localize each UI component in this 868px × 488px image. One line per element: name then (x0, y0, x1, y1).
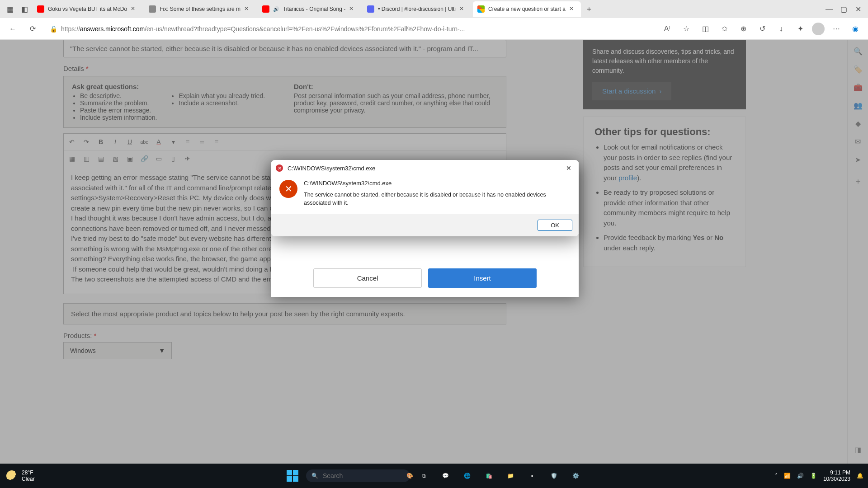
tips-panel-heading: Other tips for questions: (594, 126, 735, 138)
weather-condition: Clear (22, 476, 35, 482)
tray-chevron-icon[interactable]: ˄ (775, 473, 778, 479)
task-view-icon[interactable]: ⧉ (415, 468, 432, 484)
table-row-icon[interactable]: ▥ (80, 152, 93, 165)
taskbar: 28°FClear 🔍🎨 ⧉ 💬 🌐 🛍️ 📁 ▪ 🛡️ ⚙️ ˄ 📶 🔊 🔋 … (0, 464, 868, 488)
insert-link-icon[interactable]: 🔗 (138, 152, 151, 165)
volume-icon[interactable]: 🔊 (797, 473, 804, 479)
tab-bar: ▦ ◧ Goku vs Vegeta BUT its at McDo✕ Fix:… (0, 0, 868, 18)
edge-icon[interactable]: 🌐 (459, 468, 475, 484)
url-input[interactable]: 🔒 https://answers.microsoft.com/en-us/ne… (45, 23, 655, 34)
close-icon[interactable]: ✕ (459, 5, 467, 13)
send-icon[interactable]: ➤ (853, 155, 863, 164)
tab-5[interactable]: Create a new question or start a✕ (473, 1, 581, 17)
tips-box: Ask great questions: Be descriptive. Sum… (63, 76, 506, 128)
close-icon[interactable]: ✕ (349, 5, 356, 13)
clock[interactable]: 9:11 PM10/30/2023 (823, 469, 850, 483)
profile-avatar[interactable] (812, 23, 825, 35)
tools-icon[interactable]: 🧰 (853, 82, 863, 92)
close-dialog-button[interactable]: ✕ (563, 163, 574, 174)
extensions-icon[interactable]: ✦ (793, 22, 807, 36)
align-center-icon[interactable]: ≣ (196, 136, 208, 148)
tab-2[interactable]: Fix: Some of these settings are m✕ (144, 1, 256, 17)
close-icon[interactable]: ✕ (244, 5, 251, 13)
battery-icon[interactable]: 🔋 (810, 473, 817, 479)
close-icon[interactable]: ✕ (569, 5, 576, 13)
address-bar: ← ⟳ 🔒 https://answers.microsoft.com/en-u… (0, 18, 868, 40)
bold-icon[interactable]: B (94, 136, 107, 148)
menu-icon[interactable]: ⋯ (829, 22, 844, 36)
undo-icon[interactable]: ↶ (66, 136, 78, 148)
close-icon[interactable]: ✕ (131, 5, 138, 13)
editor-toolbar: ↶ ↷ B I U abc A ▾ ≡ ≣ ≡ (64, 134, 506, 150)
cancel-button[interactable]: Cancel (313, 268, 422, 288)
insert-image-icon[interactable]: ▣ (123, 152, 136, 165)
notifications-icon[interactable]: 🔔 (857, 473, 863, 479)
favorite-icon[interactable]: ☆ (679, 22, 693, 36)
taskbar-search[interactable]: 🔍🎨 (306, 469, 410, 482)
profile-link[interactable]: profile (618, 174, 637, 182)
italic-icon[interactable]: I (109, 136, 122, 148)
history-icon[interactable]: ↺ (755, 22, 769, 36)
store-icon[interactable]: 🛍️ (481, 468, 497, 484)
start-button[interactable] (284, 468, 301, 484)
tab-4[interactable]: • Discord | #lore-discussion | Ulti✕ (363, 1, 471, 17)
split-icon[interactable]: ◫ (698, 22, 712, 36)
maximize-icon[interactable]: ▢ (837, 3, 850, 15)
chevron-down-icon: ▼ (159, 347, 165, 354)
search-input[interactable] (323, 472, 402, 479)
refresh-button[interactable]: ⟳ (25, 22, 40, 36)
error-dialog: ✕ C:\WINDOWS\system32\cmd.exe ✕ ✕ C:\WIN… (271, 160, 579, 236)
site-icon (149, 5, 156, 13)
search-icon: 🔍 (311, 473, 318, 479)
back-button[interactable]: ← (5, 22, 20, 36)
games-icon[interactable]: 👥 (853, 100, 863, 110)
start-discussion-button[interactable]: Start a discussion› (592, 82, 671, 100)
question-title-input[interactable] (63, 40, 506, 57)
tab-actions-icon[interactable]: ▦ (4, 3, 16, 15)
favorites-button[interactable]: ✩ (717, 22, 731, 36)
tip-item: Summarize the problem. (80, 99, 157, 107)
code-icon[interactable]: ▭ (152, 152, 165, 165)
strike-icon[interactable]: abc (138, 136, 151, 148)
tab-3[interactable]: 🔊Titanicus - Original Song - ✕ (258, 1, 361, 17)
quote-icon[interactable]: ▯ (167, 152, 179, 165)
align-right-icon[interactable]: ≡ (210, 136, 223, 148)
office-icon[interactable]: ◆ (853, 118, 863, 128)
copilot-icon[interactable]: ◉ (848, 22, 863, 36)
close-window-icon[interactable]: ✕ (852, 3, 864, 15)
clear-format-icon[interactable]: ✈ (181, 152, 194, 165)
downloads-icon[interactable]: ↓ (774, 22, 788, 36)
discussion-card: Share and discuss discoveries, tips and … (583, 40, 746, 109)
weather-widget[interactable]: 28°FClear (0, 469, 41, 482)
app-icon[interactable]: ▪ (524, 468, 540, 484)
collections-icon[interactable]: ⊕ (736, 22, 750, 36)
insert-button[interactable]: Insert (428, 268, 537, 288)
table-icon[interactable]: ▦ (66, 152, 78, 165)
settings-app-icon[interactable]: ⚙️ (567, 468, 584, 484)
chat-icon[interactable]: 💬 (437, 468, 453, 484)
underline-icon[interactable]: U (123, 136, 136, 148)
new-tab-button[interactable]: ＋ (583, 3, 595, 15)
font-color-icon[interactable]: A (152, 136, 165, 148)
wifi-icon[interactable]: 📶 (784, 473, 791, 479)
outlook-icon[interactable]: ✉ (853, 136, 863, 146)
hide-sidebar-icon[interactable]: ◨ (853, 445, 863, 455)
shopping-icon[interactable]: 🏷️ (853, 64, 863, 74)
font-dropdown-icon[interactable]: ▾ (167, 136, 179, 148)
table-del-icon[interactable]: ▧ (109, 152, 122, 165)
redo-icon[interactable]: ↷ (80, 136, 93, 148)
add-sidebar-icon[interactable]: ＋ (853, 176, 863, 186)
table-col-icon[interactable]: ▤ (94, 152, 107, 165)
product-select[interactable]: Windows▼ (63, 342, 172, 359)
tab-1[interactable]: Goku vs Vegeta BUT its at McDo✕ (33, 1, 142, 17)
ok-button[interactable]: OK (538, 220, 572, 231)
read-aloud-icon[interactable]: A⁾ (660, 22, 675, 36)
search-icon[interactable]: 🔍 (853, 46, 863, 56)
explorer-icon[interactable]: 📁 (502, 468, 519, 484)
security-icon[interactable]: 🛡️ (546, 468, 562, 484)
align-left-icon[interactable]: ≡ (181, 136, 194, 148)
chevron-right-icon: › (659, 87, 661, 95)
tab-overview-icon[interactable]: ◧ (18, 3, 31, 15)
tip-item: Explain what you already tried. (179, 92, 265, 99)
minimize-icon[interactable]: — (823, 3, 835, 15)
